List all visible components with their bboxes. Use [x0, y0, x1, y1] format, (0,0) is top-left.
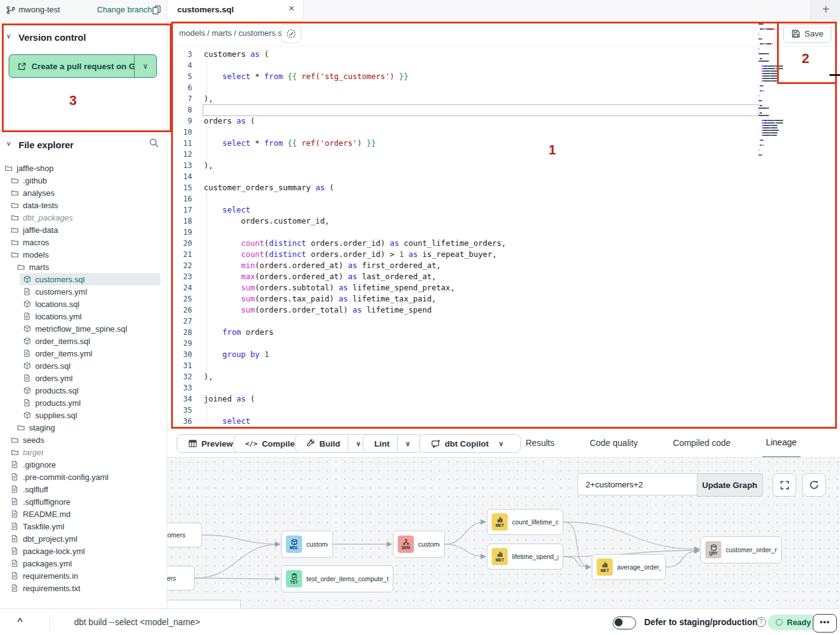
- fullscreen-button[interactable]: [773, 473, 796, 497]
- file-tree-item--github[interactable]: .github: [0, 174, 167, 187]
- file-tree-item-requirements-txt[interactable]: requirements.txt: [0, 582, 167, 594]
- file-tree-item-supplies-sql[interactable]: supplies.sql: [0, 409, 167, 421]
- code-line-7[interactable]: 7),: [167, 93, 840, 104]
- code-line-31[interactable]: 31: [167, 360, 840, 371]
- update-graph-button[interactable]: Update Graph: [697, 473, 763, 497]
- file-tree-item--sqlfluffignore[interactable]: .sqlfluffignore: [0, 495, 167, 508]
- defer-toggle[interactable]: [613, 616, 636, 629]
- code-line-20[interactable]: 20 count(distinct orders.order_id) as co…: [167, 238, 840, 249]
- file-tree-item-taskfile-yml[interactable]: Taskfile.yml: [0, 520, 167, 532]
- create-pull-request-main[interactable]: Create a pull request on Git...: [9, 55, 135, 77]
- file-tree-item-metricflow-time-spine-sql[interactable]: metricflow_time_spine.sql: [0, 322, 167, 335]
- create-pull-request-button[interactable]: Create a pull request on Git... ∨: [9, 54, 157, 78]
- command-hint[interactable]: dbt build --select <model_name>: [74, 617, 200, 627]
- pr-dropdown-chevron-icon[interactable]: ∨: [135, 62, 156, 70]
- editor-minimap[interactable]: [758, 23, 815, 170]
- file-tree-item-orders-yml[interactable]: orders.yml: [0, 372, 167, 384]
- search-icon[interactable]: [149, 138, 159, 148]
- file-tree-item--pre-commit-config-yaml[interactable]: .pre-commit-config.yaml: [0, 471, 167, 483]
- code-editor[interactable]: 3customers as (45 select * from {{ ref('…: [167, 46, 840, 429]
- lineage-node-customers[interactable]: MDLcustomers: [281, 531, 333, 558]
- expand-caret-icon[interactable]: ^: [17, 616, 23, 626]
- file-tree-item-products-sql[interactable]: products.sql: [0, 384, 167, 397]
- lineage-node-customer-order-metrics[interactable]: QRYcustomer_order_metrics: [700, 536, 782, 563]
- dbt-copilot-button[interactable]: dbt Copilot ∨: [419, 434, 521, 453]
- code-line-28[interactable]: 28 from orders: [167, 327, 840, 338]
- file-tree-item-jaffle-data[interactable]: jaffle-data: [0, 224, 167, 236]
- code-line-36[interactable]: 36 select: [167, 416, 840, 427]
- lineage-node-partial[interactable]: [167, 600, 241, 609]
- tab-code-quality[interactable]: Code quality: [586, 430, 642, 457]
- code-line-14[interactable]: 14: [167, 171, 840, 182]
- file-tree-item-models[interactable]: models: [0, 248, 167, 261]
- lineage-node-average-order-value[interactable]: METaverage_order_value: [592, 554, 666, 580]
- code-line-15[interactable]: 15customer_orders_summary as (: [167, 182, 840, 193]
- lineage-node-count-lifetime-orders[interactable]: METcount_lifetime_orders: [487, 509, 563, 535]
- code-line-6[interactable]: 6: [167, 82, 840, 93]
- file-tree-item-jaffle-shop[interactable]: jaffle-shop: [0, 162, 167, 174]
- code-line-29[interactable]: 29: [167, 338, 840, 349]
- file-tree-item-staging[interactable]: staging: [0, 421, 167, 434]
- file-tree-item-package-lock-yml[interactable]: package-lock.yml: [0, 545, 167, 557]
- code-line-11[interactable]: 11 select * from {{ ref('orders') }}: [167, 138, 840, 149]
- code-line-27[interactable]: 27: [167, 316, 840, 327]
- lineage-filter-input[interactable]: [578, 473, 704, 495]
- refresh-button[interactable]: [802, 473, 826, 497]
- code-line-8[interactable]: 8: [167, 104, 840, 116]
- code-line-33[interactable]: 33: [167, 382, 840, 393]
- code-line-16[interactable]: 16: [167, 193, 840, 204]
- version-control-header[interactable]: ∨ Version control: [0, 31, 167, 46]
- lineage-node-customers[interactable]: SEMcustomers: [393, 531, 445, 558]
- tab-results[interactable]: Results: [522, 430, 558, 457]
- code-line-21[interactable]: 21 count(distinct orders.order_id) > 1 a…: [167, 249, 840, 260]
- lineage-node-stg-customers[interactable]: stg_customers: [167, 523, 202, 547]
- file-tree-item-target[interactable]: target: [0, 446, 167, 458]
- file-tree-item-order-items-yml[interactable]: order_items.yml: [0, 347, 167, 360]
- file-tree-item-dbt-packages[interactable]: dbt_packages: [0, 211, 167, 224]
- code-line-34[interactable]: 34joined as (: [167, 393, 840, 405]
- file-tree-item-packages-yml[interactable]: packages.yml: [0, 557, 167, 570]
- tab-compiled-code[interactable]: Compiled code: [670, 430, 734, 457]
- tab-customers-sql[interactable]: customers.sql ×: [167, 0, 304, 20]
- file-tree-item--gitignore[interactable]: .gitignore: [0, 458, 167, 471]
- file-tree-item--sqlfluff[interactable]: .sqlfluff: [0, 483, 167, 495]
- overflow-menu-button[interactable]: •••: [813, 614, 837, 633]
- code-line-24[interactable]: 24 sum(orders.subtotal) as lifetime_spen…: [167, 282, 840, 293]
- lineage-node-test-order-items-compute-to-bools-[interactable]: TSTtest_order_items_compute_to_bools...: [281, 565, 393, 592]
- change-branch-link[interactable]: Change branch: [97, 5, 152, 14]
- file-tree-item-order-items-sql[interactable]: order_items.sql: [0, 335, 167, 347]
- lineage-node-lifetime-spend-pretax[interactable]: METlifetime_spend_pretax: [487, 544, 563, 570]
- file-tree-item-analyses[interactable]: analyses: [0, 187, 167, 199]
- tab-lineage[interactable]: Lineage: [762, 429, 800, 458]
- file-tree-item-marts[interactable]: marts: [0, 261, 167, 273]
- lint-dropdown-chevron-icon[interactable]: ∨: [397, 435, 418, 452]
- code-line-3[interactable]: 3customers as (: [167, 49, 840, 60]
- file-tree-item-macros[interactable]: macros: [0, 236, 167, 248]
- file-explorer-header[interactable]: ∨ File explorer: [0, 138, 167, 153]
- code-line-35[interactable]: 35: [167, 405, 840, 416]
- code-line-10[interactable]: 10: [167, 127, 840, 138]
- file-tree-item-orders-sql[interactable]: orders.sql: [0, 360, 167, 372]
- file-tree-item-customers-yml[interactable]: customers.yml: [0, 285, 167, 298]
- file-tree-item-data-tests[interactable]: data-tests: [0, 199, 167, 211]
- code-line-23[interactable]: 23 max(orders.ordered_at) as last_ordere…: [167, 271, 840, 282]
- lineage-node-orders[interactable]: orders: [167, 566, 195, 591]
- file-tree-item-readme-md[interactable]: README.md: [0, 508, 167, 520]
- code-line-30[interactable]: 30 group by 1: [167, 349, 840, 360]
- build-button[interactable]: Build ∨: [295, 434, 373, 453]
- copy-icon[interactable]: [152, 4, 162, 15]
- code-line-17[interactable]: 17 select: [167, 204, 840, 216]
- code-line-19[interactable]: 19: [167, 227, 840, 238]
- tab-close-icon[interactable]: ×: [288, 2, 295, 15]
- help-icon[interactable]: ?: [756, 617, 766, 627]
- file-tree-item-requirements-in[interactable]: requirements.in: [0, 570, 167, 582]
- copilot-dropdown-chevron-icon[interactable]: ∨: [493, 435, 509, 452]
- code-line-26[interactable]: 26 sum(orders.order_total) as lifetime_s…: [167, 305, 840, 316]
- file-tree-item-seeds[interactable]: seeds: [0, 434, 167, 446]
- file-tree-item-locations-sql[interactable]: locations.sql: [0, 298, 167, 310]
- code-line-22[interactable]: 22 min(orders.ordered_at) as first_order…: [167, 260, 840, 271]
- code-line-13[interactable]: 13),: [167, 160, 840, 171]
- file-tree-item-dbt-project-yml[interactable]: dbt_project.yml: [0, 532, 167, 545]
- file-tree-item-locations-yml[interactable]: locations.yml: [0, 310, 167, 322]
- new-tab-button[interactable]: +: [810, 0, 840, 20]
